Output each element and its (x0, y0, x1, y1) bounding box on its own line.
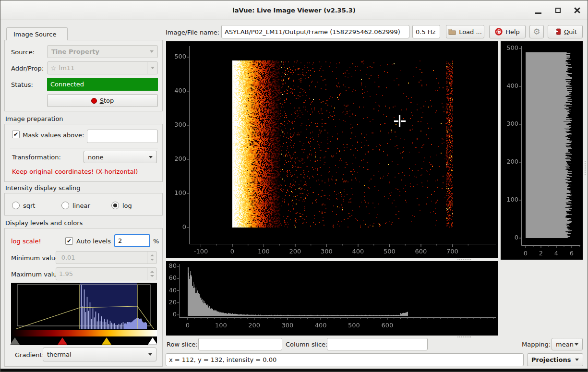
tab-image-source[interactable]: Image Source (6, 27, 68, 40)
tick-label: 100 (209, 322, 233, 329)
folder-icon (448, 28, 456, 35)
quit-button[interactable]: Quit (548, 25, 583, 38)
tick-label: 200 (167, 155, 186, 162)
star-icon: ☆ (50, 64, 57, 72)
tick-label: 60 (167, 274, 177, 281)
gradient-marker-red[interactable] (58, 337, 67, 345)
mapping-dropdown[interactable]: mean (552, 338, 583, 350)
section-display-levels: Display levels and colors (5, 219, 83, 227)
quit-button-label: Quit (564, 28, 577, 36)
auto-levels-percent-input[interactable]: 2 (114, 234, 150, 247)
pixel-status-field[interactable]: x = 112, y = 132, intensity = 0.00 (166, 353, 524, 366)
radio-linear-label[interactable]: linear (72, 202, 90, 209)
radio-log-label[interactable]: log (122, 202, 132, 209)
refresh-rate-field[interactable]: 0.5 Hz (412, 25, 440, 38)
levels-histogram-widget[interactable] (11, 283, 157, 345)
gradient-dropdown[interactable]: thermal (43, 348, 156, 361)
projections-button-label: Projections (531, 356, 571, 363)
auto-levels-checkbox[interactable]: ✔ (65, 237, 73, 245)
levels-histogram-plot[interactable] (11, 283, 157, 330)
transformation-value: none (88, 154, 103, 161)
source-dropdown[interactable]: Tine Property (47, 45, 158, 58)
chevron-down-icon (149, 156, 153, 158)
settings-button[interactable]: ⚙ (529, 25, 544, 38)
mask-label: Mask values above: (23, 132, 84, 139)
mask-checkbox[interactable]: ✔ (12, 131, 20, 138)
gradient-marker-black[interactable] (10, 337, 20, 345)
window-bottom-edge (0, 369, 588, 372)
tick-label: 100 (252, 248, 276, 255)
tick-label: 6 (567, 250, 576, 257)
gradient-colorbar (11, 330, 157, 336)
close-icon[interactable] (574, 7, 581, 14)
mapping-label: Mapping: (522, 341, 551, 348)
image-file-input[interactable]: ASYLAB/P02_LM11/Output/Frame (1582295462… (221, 25, 409, 38)
column-projection-canvas[interactable] (187, 265, 412, 318)
maximum-value: 1.95 (59, 270, 73, 277)
transformation-dropdown[interactable]: none (84, 151, 157, 163)
tick-label: 500 (342, 322, 366, 329)
main-image-canvas[interactable] (232, 60, 453, 228)
crosshair-cursor (398, 115, 401, 127)
tick-label: 300 (502, 120, 518, 127)
tab-image-source-label: Image Source (13, 31, 57, 38)
tick-label: 300 (276, 322, 300, 329)
gradient-marker-white[interactable] (148, 337, 157, 345)
divider (10, 148, 158, 148)
addr-prop-label: Addr/Prop: (11, 65, 44, 72)
gradient-marker-yellow[interactable] (102, 337, 111, 345)
tick-label: 100 (167, 189, 186, 196)
projections-button[interactable]: Projections (527, 353, 583, 366)
maximum-spinbox[interactable]: 1.95 (56, 267, 157, 280)
section-image-preparation: Image preparation (5, 115, 63, 122)
tick-label: 0 (167, 223, 186, 230)
radio-log[interactable] (111, 202, 119, 209)
status-badge: Connected (47, 78, 158, 91)
spin-arrows-icon[interactable] (147, 268, 156, 280)
maximize-icon[interactable] (555, 8, 561, 13)
load-button-label: Load ... (459, 28, 482, 36)
gradient-marker-band (11, 336, 157, 345)
gear-icon: ⚙ (533, 28, 540, 36)
column-projection-panel[interactable]: 0204060800100200300400500600 (166, 261, 498, 336)
splitter-handle[interactable] (457, 336, 471, 337)
help-button[interactable]: Help (489, 25, 526, 38)
main-image-panel[interactable]: 0100200300400500-10001002003004005006007… (166, 41, 498, 258)
status-label: Status: (11, 81, 33, 88)
minimize-icon[interactable] (535, 12, 541, 14)
addr-prop-value: lm11 (59, 64, 75, 72)
load-button[interactable]: Load ... (446, 25, 484, 38)
gradient-label: Gradient: (15, 351, 44, 359)
radio-linear[interactable] (61, 202, 69, 209)
tick-label: 500 (378, 248, 402, 255)
mask-value-input[interactable] (87, 130, 158, 143)
minimum-label: Minimum value: (11, 254, 61, 262)
row-slice-input[interactable] (198, 338, 282, 350)
splitter-handle[interactable] (457, 259, 471, 260)
mapping-value: mean (556, 341, 574, 348)
tick-label: 600 (375, 322, 399, 329)
minimum-spinbox[interactable]: -0.01 (56, 251, 157, 264)
tick-label: 400 (167, 87, 186, 94)
radio-sqrt[interactable] (12, 202, 20, 209)
tick-label: 0 (220, 248, 244, 255)
row-projection-canvas[interactable] (526, 52, 579, 238)
quit-door-icon (553, 28, 561, 36)
radio-sqrt-label[interactable]: sqrt (23, 202, 35, 209)
row-slice-label: Row slice: (167, 341, 198, 348)
column-slice-input[interactable] (327, 338, 428, 350)
chevron-down-icon[interactable] (147, 62, 157, 74)
row-projection-panel[interactable]: 01002003004005000246 (501, 41, 583, 260)
splitter-handle[interactable] (585, 161, 586, 175)
spin-arrows-icon[interactable] (147, 252, 156, 264)
tick-label: 500 (502, 44, 518, 51)
title-bar: laVue: Live Image Viewer (v2.35.3) (0, 0, 588, 20)
tick-label: 300 (167, 121, 186, 128)
tick-label: 40 (167, 287, 177, 294)
addr-prop-combo[interactable]: ☆ lm11 (47, 61, 158, 74)
stop-button[interactable]: Stop (47, 94, 158, 107)
app-window: laVue: Live Image Viewer (v2.35.3) Image… (0, 0, 588, 372)
log-scale-warning: log scale! (11, 238, 41, 245)
tick-label: 4 (552, 250, 561, 257)
tick-label: 0 (176, 322, 200, 329)
